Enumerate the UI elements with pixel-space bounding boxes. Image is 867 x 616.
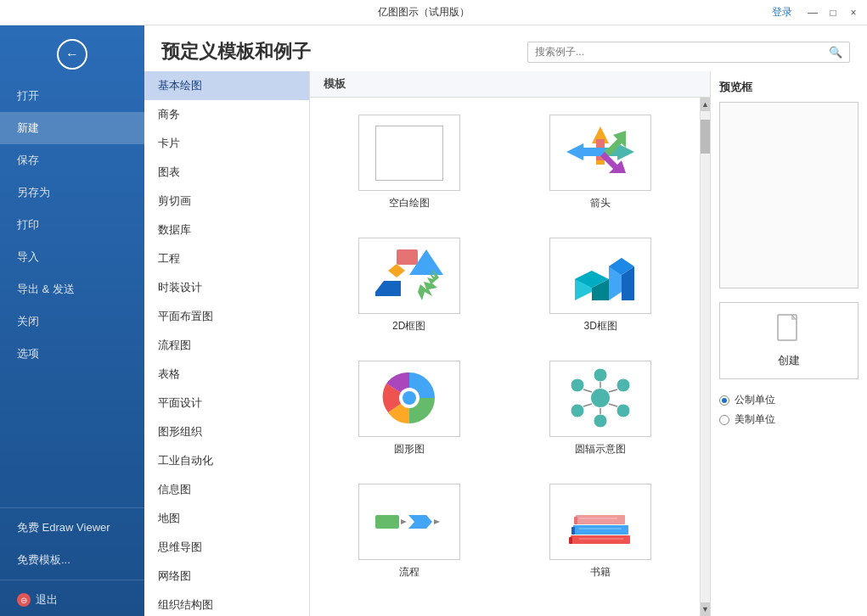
main-layout: ← 打开 新建 保存 另存为 打印 导入 导出 & 发送 关闭 选项 免费 Ed… (0, 25, 867, 616)
template-thumb-arrows (549, 115, 651, 191)
circle-concept-icon (562, 368, 639, 430)
sidebar: ← 打开 新建 保存 另存为 打印 导入 导出 & 发送 关闭 选项 免费 Ed… (0, 25, 144, 616)
category-item-8[interactable]: 平面布置图 (144, 302, 309, 331)
template-section-header: 模板 (310, 71, 710, 98)
imperial-radio-circle (719, 415, 729, 425)
svg-marker-36 (434, 519, 440, 524)
svg-rect-33 (375, 515, 399, 529)
category-item-12[interactable]: 图形组织 (144, 417, 309, 446)
svg-point-21 (594, 368, 607, 382)
sidebar-item-save[interactable]: 保存 (0, 144, 144, 176)
content-title: 预定义模板和例子 (161, 39, 311, 64)
template-label-circle-concept: 圆辐示意图 (575, 442, 626, 456)
sidebar-item-edraw-viewer[interactable]: 免费 Edraw Viewer (0, 512, 144, 544)
svg-line-29 (609, 404, 617, 406)
template-thumb-2d (358, 238, 460, 314)
template-item-circle-concept[interactable]: 圆辐示意图 (512, 354, 690, 463)
category-item-16[interactable]: 思维导图 (144, 533, 309, 562)
template-item-3d[interactable]: 3D框图 (512, 231, 690, 340)
category-item-9[interactable]: 流程图 (144, 331, 309, 360)
sidebar-item-import[interactable]: 导入 (0, 241, 144, 273)
search-input[interactable] (535, 46, 824, 58)
template-scroll-thumb[interactable] (701, 120, 710, 154)
sidebar-item-new[interactable]: 新建 (0, 112, 144, 144)
maximize-button[interactable]: □ (826, 6, 840, 20)
template-label-2d: 2D框图 (392, 319, 425, 333)
category-item-14[interactable]: 信息图 (144, 475, 309, 504)
sidebar-item-open[interactable]: 打开 (0, 80, 144, 112)
sidebar-item-export[interactable]: 导出 & 发送 (0, 273, 144, 305)
svg-line-28 (609, 389, 617, 392)
template-thumb-3d (549, 238, 651, 314)
category-item-6[interactable]: 工程 (144, 244, 309, 273)
sidebar-item-exit[interactable]: ⊖ 退出 (0, 584, 144, 616)
unit-radio-group: 公制单位 美制单位 (719, 393, 859, 427)
template-label-arrows: 箭头 (590, 196, 611, 210)
category-item-10[interactable]: 表格 (144, 360, 309, 389)
svg-rect-39 (573, 525, 628, 535)
sidebar-item-options[interactable]: 选项 (0, 338, 144, 370)
category-item-3[interactable]: 图表 (144, 158, 309, 187)
arrows-icon (562, 122, 639, 184)
category-item-7[interactable]: 时装设计 (144, 273, 309, 302)
sidebar-item-close[interactable]: 关闭 (0, 305, 144, 338)
category-item-15[interactable]: 地图 (144, 504, 309, 533)
body-panels: 基本绘图 商务 卡片 图表 剪切画 数据库 工程 时装设计 平面布置图 流程图 … (144, 71, 867, 616)
svg-point-22 (616, 378, 630, 392)
template-label-blank: 空白绘图 (389, 196, 430, 210)
template-scroll-down[interactable]: ▼ (701, 602, 710, 616)
sidebar-item-save-as[interactable]: 另存为 (0, 176, 144, 209)
category-item-4[interactable]: 剪切画 (144, 187, 309, 216)
minimize-button[interactable]: — (806, 6, 819, 20)
template-thumb-process (358, 484, 460, 560)
login-button[interactable]: 登录 (772, 5, 792, 20)
category-item-2[interactable]: 卡片 (144, 129, 309, 158)
sidebar-item-free-templates[interactable]: 免费模板... (0, 544, 144, 576)
svg-point-26 (571, 378, 584, 392)
category-item-1[interactable]: 商务 (144, 100, 309, 129)
create-file-icon (776, 313, 802, 350)
close-button[interactable]: × (847, 6, 860, 20)
window-title: 亿图图示（试用版） (75, 5, 772, 20)
template-item-blank[interactable]: 空白绘图 (320, 108, 498, 217)
template-thumb-circle-concept (549, 361, 651, 437)
svg-marker-8 (388, 264, 405, 277)
template-item-arrows[interactable]: 箭头 (512, 108, 690, 217)
sidebar-nav: 打开 新建 保存 另存为 打印 导入 导出 & 发送 关闭 选项 免费 Edra… (0, 80, 144, 616)
books-icon (562, 491, 639, 553)
category-item-5[interactable]: 数据库 (144, 216, 309, 244)
2d-icon (371, 245, 448, 307)
category-item-18[interactable]: 组织结构图 (144, 591, 309, 616)
svg-rect-38 (569, 537, 572, 544)
category-item-13[interactable]: 工业自动化 (144, 446, 309, 475)
back-icon: ← (65, 47, 79, 62)
category-item-0[interactable]: 基本绘图 (144, 71, 309, 100)
svg-rect-6 (397, 249, 418, 265)
template-item-process[interactable]: 流程 (320, 477, 498, 586)
sidebar-item-print[interactable]: 打印 (0, 209, 144, 241)
process-icon (371, 491, 448, 553)
search-icon[interactable]: 🔍 (829, 46, 842, 59)
template-item-pie[interactable]: 圆形图 (320, 354, 498, 463)
template-item-books[interactable]: 书籍 (512, 477, 690, 586)
svg-rect-42 (574, 517, 577, 524)
imperial-unit-option[interactable]: 美制单位 (719, 412, 859, 427)
template-scroll-up[interactable]: ▲ (701, 98, 710, 111)
template-area: 模板 空白绘图 (310, 71, 710, 616)
svg-point-25 (571, 404, 584, 417)
title-bar: 亿图图示（试用版） 登录 — □ × (0, 0, 867, 25)
category-item-11[interactable]: 平面设计 (144, 389, 309, 417)
svg-point-19 (403, 391, 416, 405)
preview-panel: 预览框 创建 公制单位 (710, 71, 867, 616)
svg-line-32 (583, 389, 592, 392)
template-label-3d: 3D框图 (584, 319, 617, 333)
metric-unit-option[interactable]: 公制单位 (719, 393, 859, 407)
back-button[interactable]: ← (57, 39, 87, 70)
category-item-17[interactable]: 网络图 (144, 562, 309, 591)
preview-title: 预览框 (719, 80, 859, 95)
template-label-process: 流程 (399, 565, 419, 580)
svg-rect-41 (576, 515, 625, 524)
template-item-2d[interactable]: 2D框图 (320, 231, 498, 340)
svg-rect-37 (571, 535, 630, 544)
create-button[interactable]: 创建 (719, 302, 859, 379)
